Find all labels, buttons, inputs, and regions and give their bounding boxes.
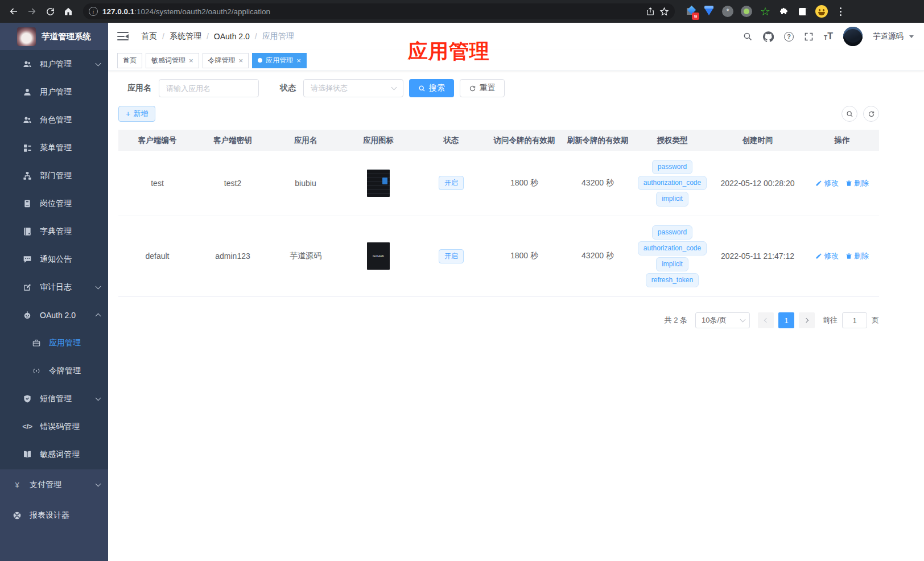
app-icon-thumbnail[interactable] bbox=[367, 170, 390, 197]
sidebar-item-sensitive-word[interactable]: 敏感词管理 bbox=[0, 440, 108, 468]
collapse-sidebar-icon[interactable] bbox=[117, 32, 129, 41]
grant-types: password authorization_code implicit bbox=[634, 158, 710, 209]
green-star-extension-icon[interactable]: ☆ bbox=[758, 4, 773, 19]
search-button[interactable]: 搜索 bbox=[409, 79, 454, 97]
yen-icon: ¥ bbox=[13, 480, 22, 489]
user-icon bbox=[23, 88, 32, 97]
site-info-icon[interactable]: i bbox=[89, 7, 98, 16]
page-suffix: 页 bbox=[872, 315, 879, 325]
sidebar-item-dept[interactable]: 部门管理 bbox=[0, 162, 108, 189]
font-size-icon[interactable]: TT bbox=[824, 32, 833, 41]
signal-icon bbox=[32, 366, 41, 376]
back-icon[interactable] bbox=[6, 3, 22, 19]
sidebar-item-errcode[interactable]: </> 错误码管理 bbox=[0, 412, 108, 440]
user-avatar[interactable] bbox=[843, 27, 863, 46]
emoji-extension-icon[interactable] bbox=[814, 4, 829, 19]
table-header-row: 客户端编号 客户端密钥 应用名 应用图标 状态 访问令牌的有效期 刷新令牌的有效… bbox=[118, 130, 879, 151]
command-circle-extension-icon[interactable]: * bbox=[720, 4, 735, 19]
page-number-1[interactable]: 1 bbox=[778, 312, 794, 328]
client-id: default bbox=[118, 249, 196, 263]
github-icon[interactable] bbox=[763, 31, 774, 42]
breadcrumb-current: 应用管理 bbox=[262, 31, 294, 42]
access-token-ttl: 1800 秒 bbox=[488, 249, 561, 263]
fullscreen-icon[interactable] bbox=[804, 32, 814, 42]
page-content: 应用名 状态 请选择状态 搜索 重置 bbox=[108, 71, 924, 561]
add-button[interactable]: + 新增 bbox=[118, 106, 155, 122]
prev-page-button[interactable] bbox=[758, 312, 774, 328]
tab-token[interactable]: 令牌管理 × bbox=[203, 53, 249, 68]
user-menu-caret-icon[interactable] bbox=[909, 35, 914, 38]
sidebar-item-audit-log[interactable]: 审计日志 bbox=[0, 273, 108, 301]
refresh-table-button[interactable] bbox=[863, 106, 879, 122]
edit-icon bbox=[815, 180, 822, 187]
toggle-search-button[interactable] bbox=[842, 106, 857, 122]
browser-menu-icon[interactable] bbox=[833, 4, 848, 19]
client-id: test bbox=[118, 176, 196, 190]
puzzle-extension-icon[interactable] bbox=[777, 4, 791, 19]
breadcrumb-oauth[interactable]: OAuth 2.0 bbox=[214, 32, 250, 41]
sidebar-item-dict[interactable]: 字典管理 bbox=[0, 217, 108, 245]
url-host: 127.0.0.1 bbox=[102, 7, 134, 16]
client-secret: admin123 bbox=[196, 249, 269, 263]
breadcrumb-home[interactable]: 首页 bbox=[141, 31, 157, 42]
grid-diamond-extension-icon[interactable]: 9 bbox=[683, 4, 698, 19]
breadcrumb-system[interactable]: 系统管理 bbox=[170, 31, 201, 42]
blue-gem-extension-icon[interactable] bbox=[702, 4, 716, 19]
applications-table: 客户端编号 客户端密钥 应用名 应用图标 状态 访问令牌的有效期 刷新令牌的有效… bbox=[118, 130, 879, 297]
status-badge: 开启 bbox=[439, 176, 464, 190]
reset-button[interactable]: 重置 bbox=[460, 79, 505, 97]
green-dot-extension-icon[interactable] bbox=[739, 4, 754, 19]
sidebar-item-oauth2[interactable]: OAuth 2.0 bbox=[0, 301, 108, 329]
sidebar-logo[interactable]: 芋道管理系统 bbox=[0, 23, 108, 50]
close-icon[interactable]: × bbox=[239, 57, 244, 64]
home-icon[interactable] bbox=[60, 3, 76, 19]
chevron-down-icon bbox=[391, 85, 397, 90]
chevron-down-icon bbox=[96, 395, 101, 401]
bookmark-star-icon[interactable] bbox=[659, 7, 669, 16]
close-icon[interactable]: × bbox=[296, 57, 301, 64]
sidebar-item-role[interactable]: 角色管理 bbox=[0, 106, 108, 134]
help-icon[interactable]: ? bbox=[784, 32, 794, 42]
search-icon[interactable] bbox=[742, 31, 753, 42]
users-icon bbox=[23, 116, 32, 125]
delete-link[interactable]: 删除 bbox=[845, 178, 869, 188]
pagination: 共 2 条 10条/页 1 前往 页 bbox=[118, 312, 879, 328]
next-page-button[interactable] bbox=[799, 312, 815, 328]
edit-link[interactable]: 修改 bbox=[815, 251, 839, 261]
code-icon: </> bbox=[23, 422, 32, 431]
edit-square-icon bbox=[23, 283, 32, 292]
delete-link[interactable]: 删除 bbox=[845, 251, 869, 261]
edit-link[interactable]: 修改 bbox=[815, 178, 839, 188]
share-icon[interactable] bbox=[646, 7, 655, 16]
sidebar-item-tenant[interactable]: 租户管理 bbox=[0, 50, 108, 78]
close-icon[interactable]: × bbox=[189, 57, 193, 64]
page-size-select[interactable]: 10条/页 bbox=[695, 312, 750, 328]
chevron-up-icon bbox=[96, 313, 101, 319]
badge-icon bbox=[23, 199, 32, 208]
pinwheel-icon bbox=[13, 511, 22, 520]
address-bar[interactable]: i 127.0.0.1:1024/system/oauth2/oauth2/ap… bbox=[83, 3, 675, 19]
tab-sensitive-word[interactable]: 敏感词管理 × bbox=[146, 53, 199, 68]
trash-icon bbox=[845, 253, 852, 259]
sidebar-item-report-designer[interactable]: 报表设计器 bbox=[0, 500, 108, 531]
goto-page-input[interactable] bbox=[842, 312, 867, 328]
sidebar-item-oauth2-token[interactable]: 令牌管理 bbox=[0, 357, 108, 385]
sidebar-item-oauth2-application[interactable]: 应用管理 bbox=[0, 329, 108, 357]
robot-icon bbox=[23, 311, 32, 320]
split-square-extension-icon[interactable] bbox=[795, 4, 810, 19]
created-time: 2022-05-11 21:47:12 bbox=[710, 249, 805, 263]
tab-application[interactable]: 应用管理 × bbox=[252, 53, 307, 68]
sidebar-item-user[interactable]: 用户管理 bbox=[0, 78, 108, 106]
tab-home[interactable]: 首页 bbox=[117, 53, 142, 68]
sidebar-item-post[interactable]: 岗位管理 bbox=[0, 189, 108, 217]
sidebar: 芋道管理系统 租户管理 用户管理 角色管理 菜单管理 部门管理 bbox=[0, 23, 108, 561]
sidebar-item-sms[interactable]: 短信管理 bbox=[0, 385, 108, 412]
reload-icon[interactable] bbox=[42, 3, 58, 19]
app-name-input[interactable] bbox=[159, 79, 259, 97]
status-select[interactable]: 请选择状态 bbox=[303, 79, 403, 97]
sidebar-item-menu[interactable]: 菜单管理 bbox=[0, 134, 108, 162]
forward-icon[interactable] bbox=[24, 3, 40, 19]
sidebar-item-pay[interactable]: ¥ 支付管理 bbox=[0, 469, 108, 500]
sidebar-item-notice[interactable]: 通知公告 bbox=[0, 245, 108, 273]
app-icon-thumbnail[interactable]: GitHub bbox=[367, 242, 390, 270]
